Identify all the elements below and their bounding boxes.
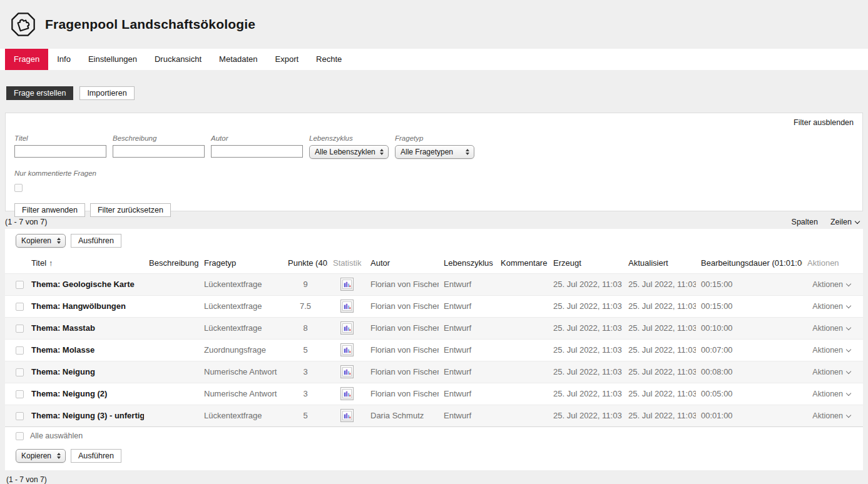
question-duration: 00:08:00 [696, 361, 802, 383]
tab-info[interactable]: Info [48, 49, 79, 70]
tab-export[interactable]: Export [267, 49, 308, 70]
question-description [144, 317, 199, 339]
question-title[interactable]: Thema: Molasse [26, 339, 144, 361]
filter-field-lifecycle: Lebenszyklus Alle Lebenszyklen [309, 134, 389, 159]
statistics-button[interactable] [340, 409, 354, 422]
tab-druckansicht[interactable]: Druckansicht [146, 49, 210, 70]
question-type: Lückentextfrage [199, 273, 283, 295]
question-lifecycle: Entwurf [439, 317, 496, 339]
row-actions-label: Aktionen [812, 390, 843, 398]
question-author: Florian von Fischer [365, 317, 439, 339]
column-header-lebenszyklus[interactable]: Lebenszyklus [439, 253, 496, 273]
question-author: Daria Schmutz [365, 405, 439, 426]
row-actions-dropdown[interactable]: Aktionen [812, 324, 850, 333]
row-checkbox[interactable] [16, 390, 24, 398]
titel-header-label: Titel [31, 258, 46, 268]
column-header-beschreibung[interactable]: Beschreibung [144, 253, 199, 273]
filter-field-description: Beschreibung [113, 134, 205, 158]
question-comments [496, 273, 548, 295]
table-row: Thema: Neigung Numerische Antwort 3 Flor… [5, 361, 863, 383]
create-question-button[interactable]: Frage erstellen [6, 86, 73, 100]
question-title[interactable]: Thema: Masstab [26, 317, 144, 339]
question-updated: 25. Jul 2022, 11:03 [623, 317, 696, 339]
question-updated: 25. Jul 2022, 11:03 [623, 295, 696, 317]
column-header-aktualisiert[interactable]: Aktualisiert [623, 253, 696, 273]
row-actions-dropdown[interactable]: Aktionen [812, 411, 850, 420]
rows-menu[interactable]: Zeilen [830, 218, 859, 226]
table-row: Thema: Geologische Karte Lückentextfrage… [5, 273, 863, 295]
bulk-action-select-top[interactable]: Kopieren [16, 234, 66, 248]
row-checkbox[interactable] [16, 303, 24, 311]
statistics-button[interactable] [340, 365, 354, 378]
column-header-titel[interactable]: Titel↑ [26, 253, 144, 273]
apply-filter-button[interactable]: Filter anwenden [14, 203, 85, 217]
question-title[interactable]: Thema: Hangwölbungen [26, 295, 144, 317]
column-header-punkte[interactable]: Punkte (40.5) [283, 253, 328, 273]
question-author: Florian von Fischer [365, 383, 439, 405]
columns-menu[interactable]: Spalten [792, 218, 818, 226]
tab-metadaten[interactable]: Metadaten [210, 49, 266, 70]
execute-button-bottom[interactable]: Ausführen [71, 449, 121, 463]
row-checkbox[interactable] [16, 412, 24, 420]
question-description [144, 405, 199, 426]
question-title[interactable]: Thema: Geologische Karte [26, 273, 144, 295]
author-filter-label: Autor [211, 134, 303, 142]
column-header-bearbeitungsdauer[interactable]: Bearbeitungsdauer (01:01:00) [696, 253, 802, 273]
questiontype-select[interactable]: Alle Fragetypen [395, 145, 474, 159]
column-header-erzeugt[interactable]: Erzeugt [548, 253, 623, 273]
question-lifecycle: Entwurf [439, 339, 496, 361]
reset-filter-button[interactable]: Filter zurücksetzen [90, 203, 171, 217]
table-meta-controls: Spalten Zeilen [792, 218, 863, 226]
result-count-bottom: (1 - 7 von 7) [0, 470, 868, 484]
row-actions-label: Aktionen [812, 346, 843, 355]
lifecycle-select[interactable]: Alle Lebenszyklen [309, 145, 389, 159]
row-checkbox[interactable] [16, 281, 24, 289]
execute-button-top[interactable]: Ausführen [71, 234, 121, 248]
question-points: 5 [283, 339, 328, 361]
table-row: Thema: Masstab Lückentextfrage 8 Florian… [5, 317, 863, 339]
question-type: Lückentextfrage [199, 317, 283, 339]
import-button[interactable]: Importieren [79, 86, 134, 100]
question-updated: 25. Jul 2022, 11:03 [623, 273, 696, 295]
hide-filter-link[interactable]: Filter ausblenden [794, 118, 854, 127]
row-actions-label: Aktionen [812, 302, 843, 311]
question-lifecycle: Entwurf [439, 295, 496, 317]
author-filter-input[interactable] [211, 145, 303, 158]
row-actions-dropdown[interactable]: Aktionen [812, 302, 850, 311]
select-updown-icon [380, 149, 384, 155]
column-header-fragetyp[interactable]: Fragetyp [199, 253, 283, 273]
row-actions-dropdown[interactable]: Aktionen [812, 390, 850, 398]
question-duration: 00:15:00 [696, 295, 802, 317]
tab-rechte[interactable]: Rechte [307, 49, 350, 70]
question-title[interactable]: Thema: Neigung (3) - unfertig [26, 405, 144, 426]
bar-chart-icon [342, 323, 352, 333]
question-points: 3 [283, 383, 328, 405]
title-filter-input[interactable] [14, 145, 106, 158]
statistics-button[interactable] [340, 343, 354, 356]
row-actions-dropdown[interactable]: Aktionen [812, 368, 850, 376]
row-actions-dropdown[interactable]: Aktionen [812, 280, 850, 289]
column-header-aktionen: Aktionen [802, 253, 863, 273]
question-title[interactable]: Thema: Neigung (2) [26, 383, 144, 405]
question-title[interactable]: Thema: Neigung [26, 361, 144, 383]
question-comments [496, 405, 548, 426]
row-actions-dropdown[interactable]: Aktionen [812, 346, 850, 355]
row-checkbox[interactable] [16, 368, 24, 376]
statistics-button[interactable] [340, 278, 354, 291]
tab-fragen[interactable]: Fragen [5, 49, 48, 70]
table-row: Thema: Neigung (3) - unfertig Lückentext… [5, 405, 863, 426]
bulk-action-select-bottom[interactable]: Kopieren [16, 449, 66, 463]
column-header-autor[interactable]: Autor [365, 253, 439, 273]
statistics-button[interactable] [340, 321, 354, 335]
question-author: Florian von Fischer [365, 273, 439, 295]
question-pool-puzzle-icon [10, 11, 36, 38]
column-header-kommentare[interactable]: Kommentare [496, 253, 548, 273]
select-all-checkbox[interactable] [16, 432, 24, 440]
row-checkbox[interactable] [16, 325, 24, 333]
commented-only-checkbox[interactable] [14, 184, 23, 192]
statistics-button[interactable] [340, 387, 354, 400]
description-filter-input[interactable] [113, 145, 205, 158]
tab-einstellungen[interactable]: Einstellungen [79, 49, 146, 70]
row-checkbox[interactable] [16, 346, 24, 355]
statistics-button[interactable] [340, 300, 354, 313]
